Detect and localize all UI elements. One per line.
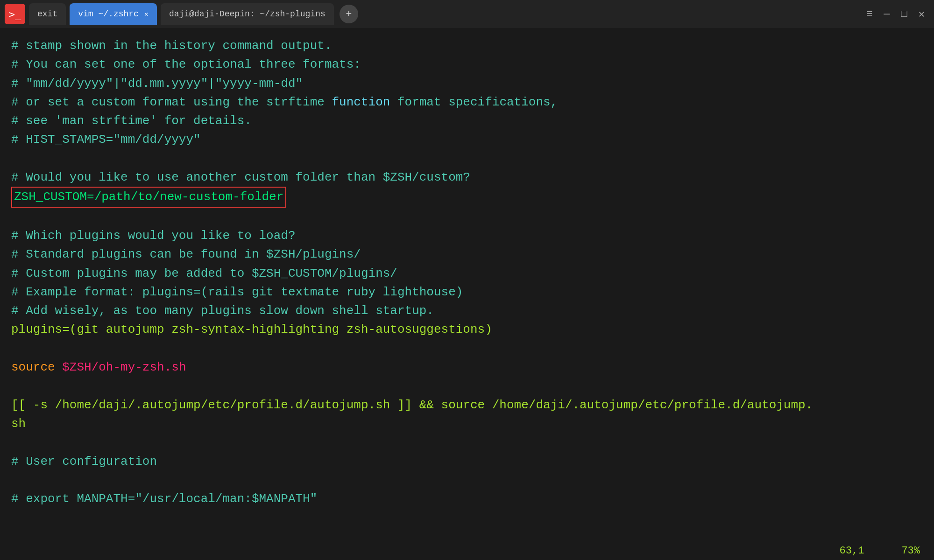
tab-exit-label: exit [37,9,57,19]
tab-daji-zsh-plugins[interactable]: daji@daji-Deepin: ~/zsh-plugins [161,3,334,25]
add-tab-button[interactable]: + [340,5,358,23]
editor-line: # User configuration [11,452,923,471]
editor-line: # Add wisely, as too many plugins slow d… [11,301,923,320]
add-tab-icon: + [346,8,352,20]
editor-line: # export MANPATH="/usr/local/man:$MANPAT… [11,490,923,508]
editor-line: # HIST_STAMPS="mm/dd/yyyy" [11,130,923,149]
menu-icon[interactable]: ≡ [866,8,872,20]
terminal-icon: >_ [5,4,25,24]
editor-line [11,149,923,168]
editor-line: # Which plugins would you like to load? [11,226,923,245]
editor-line: # "mm/dd/yyyy"|"dd.mm.yyyy"|"yyyy-mm-dd" [11,74,923,93]
editor-line [11,339,923,358]
editor-line: # see 'man strftime' for details. [11,112,923,130]
tab-daji-label: daji@daji-Deepin: ~/zsh-plugins [169,9,325,19]
editor-line: # Would you like to use another custom f… [11,168,923,187]
maximize-icon[interactable]: □ [901,8,907,20]
highlighted-content: ZSH_CUSTOM=/path/to/new-custom-folder [11,187,286,207]
titlebar-controls: ≡ — □ ✕ [866,8,925,21]
tab-vim-zshrc[interactable]: vim ~/.zshrc ✕ [70,3,157,25]
editor-line: # stamp shown in the history command out… [11,36,923,55]
editor-line-plugins: plugins=(git autojump zsh-syntax-highlig… [11,320,923,339]
editor-line-highlighted: ZSH_CUSTOM=/path/to/new-custom-folder [11,187,923,207]
editor-line-autojump: [[ -s /home/daji/.autojump/etc/profile.d… [11,396,923,414]
statusbar: 63,1 73% [0,541,934,560]
cursor-position: 63,1 [840,545,864,557]
editor-line [11,208,923,226]
editor-line: # Custom plugins may be added to $ZSH_CU… [11,264,923,283]
close-icon[interactable]: ✕ [919,8,925,21]
editor-area: # stamp shown in the history command out… [0,28,934,541]
scroll-percent: 73% [901,545,920,557]
terminal-icon-symbol: >_ [9,8,21,20]
editor-line [11,377,923,395]
minimize-icon[interactable]: — [884,8,890,20]
tab-vim-zshrc-label: vim ~/.zshrc [78,9,139,19]
editor-line: # You can set one of the optional three … [11,55,923,74]
editor-line-autojump-cont: sh [11,414,923,433]
editor-line: # Standard plugins can be found in $ZSH/… [11,245,923,264]
titlebar: >_ exit vim ~/.zshrc ✕ daji@daji-Deepin:… [0,0,934,28]
editor-line: # Example format: plugins=(rails git tex… [11,283,923,301]
editor-line-source: source $ZSH/oh-my-zsh.sh [11,358,923,377]
editor-line [11,433,923,452]
editor-line [11,471,923,490]
tab-exit[interactable]: exit [29,3,66,25]
editor-line: # or set a custom format using the strft… [11,93,923,112]
tab-vim-zshrc-close[interactable]: ✕ [144,10,149,19]
